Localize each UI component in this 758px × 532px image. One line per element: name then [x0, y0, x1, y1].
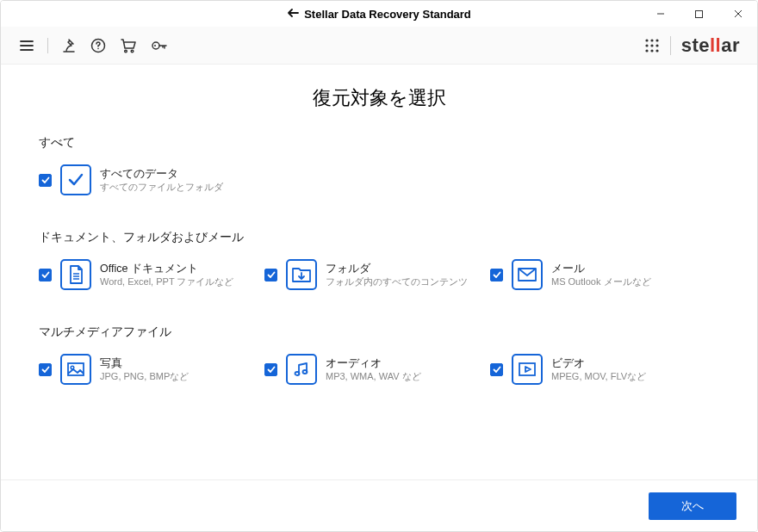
svg-point-12	[655, 44, 658, 46]
main-content: 復元対象を選択 すべて すべてのデータ すべてのファイルとフォルダ ドキュメント…	[1, 65, 757, 385]
section-all-header: すべて	[39, 135, 719, 151]
microscope-icon[interactable]	[60, 37, 78, 54]
option-folder-label: フォルダ	[326, 262, 468, 275]
svg-point-20	[303, 370, 308, 374]
cart-icon[interactable]	[119, 37, 138, 54]
svg-point-13	[645, 49, 648, 52]
option-mail-desc: MS Outlook メールなど	[551, 275, 651, 288]
option-audio-desc: MP3, WMA, WAV など	[326, 370, 421, 382]
toolbar-divider	[670, 36, 671, 55]
option-mail-label: メール	[551, 262, 651, 275]
audio-icon	[286, 354, 317, 385]
svg-rect-21	[519, 363, 535, 375]
titlebar: Stellar Data Recovery Standard	[1, 1, 757, 27]
logo-mid: ll	[710, 34, 721, 56]
svg-rect-17	[68, 363, 84, 375]
option-photo-desc: JPG, PNG, BMPなど	[100, 370, 189, 382]
option-audio-label: オーディオ	[326, 356, 421, 370]
window-controls	[641, 1, 757, 27]
svg-point-10	[645, 44, 648, 46]
section-docs-header: ドキュメント、フォルダおよびメール	[39, 230, 719, 245]
window-title: Stellar Data Recovery Standard	[304, 8, 471, 21]
checkbox-photo[interactable]	[39, 363, 52, 376]
checkbox-video[interactable]	[490, 363, 503, 376]
option-photo-label: 写真	[100, 356, 189, 370]
svg-point-6	[154, 45, 156, 46]
option-video-desc: MPEG, MOV, FLVなど	[551, 370, 646, 382]
document-icon	[60, 259, 91, 290]
checkbox-audio[interactable]	[264, 363, 277, 376]
next-button[interactable]: 次へ	[649, 492, 736, 520]
window-title-wrap: Stellar Data Recovery Standard	[287, 8, 471, 21]
option-mail: メール MS Outlook メールなど	[490, 259, 716, 290]
footer: 次へ	[1, 479, 757, 531]
svg-point-11	[650, 44, 653, 46]
section-all: すべて すべてのデータ すべてのファイルとフォルダ	[39, 135, 719, 195]
toolbar: stellar	[1, 27, 757, 65]
folder-icon	[286, 259, 317, 290]
checkbox-folder[interactable]	[264, 269, 277, 281]
option-all-desc: すべてのファイルとフォルダ	[100, 181, 223, 193]
logo-pre: ste	[681, 34, 710, 56]
photo-icon	[60, 354, 91, 385]
page-title: 復元対象を選択	[39, 85, 719, 111]
svg-point-4	[131, 50, 134, 53]
svg-point-2	[97, 47, 99, 49]
brand-logo: stellar	[681, 34, 740, 57]
logo-post: ar	[721, 34, 740, 56]
help-icon[interactable]	[90, 37, 107, 54]
svg-point-3	[125, 50, 127, 53]
maximize-button[interactable]	[680, 1, 718, 27]
option-office-label: Office ドキュメント	[100, 262, 233, 275]
video-icon	[512, 354, 543, 385]
mail-icon	[512, 259, 543, 290]
minimize-button[interactable]	[641, 1, 680, 27]
svg-point-9	[655, 39, 658, 41]
svg-point-14	[650, 49, 653, 52]
section-media-header: マルチメディアファイル	[39, 325, 719, 340]
checkbox-mail[interactable]	[490, 269, 503, 281]
checkbox-all-data[interactable]	[39, 174, 52, 187]
option-photo: 写真 JPG, PNG, BMPなど	[39, 354, 264, 385]
close-button[interactable]	[718, 1, 757, 27]
option-all-data: すべてのデータ すべてのファイルとフォルダ	[39, 164, 264, 195]
all-data-icon	[60, 164, 91, 195]
apps-grid-icon[interactable]	[644, 38, 660, 53]
svg-point-19	[295, 372, 300, 375]
checkbox-office[interactable]	[39, 269, 52, 281]
svg-point-8	[650, 39, 653, 41]
section-docs: ドキュメント、フォルダおよびメール Office ドキュメント Word, Ex…	[39, 230, 719, 290]
svg-point-15	[655, 49, 658, 52]
toolbar-divider	[47, 38, 48, 53]
svg-point-7	[645, 39, 648, 41]
option-folder: フォルダ フォルダ内のすべてのコンテンツ	[264, 259, 490, 290]
option-all-label: すべてのデータ	[100, 167, 223, 181]
option-video-label: ビデオ	[551, 356, 646, 370]
option-office: Office ドキュメント Word, Excel, PPT ファイルなど	[39, 259, 264, 290]
key-icon[interactable]	[150, 37, 169, 54]
back-icon[interactable]	[287, 8, 299, 21]
menu-icon[interactable]	[18, 37, 35, 54]
option-office-desc: Word, Excel, PPT ファイルなど	[100, 275, 233, 288]
section-media: マルチメディアファイル 写真 JPG, PNG, BMPなど	[39, 325, 719, 385]
svg-rect-0	[696, 10, 703, 17]
option-folder-desc: フォルダ内のすべてのコンテンツ	[326, 275, 468, 288]
option-audio: オーディオ MP3, WMA, WAV など	[264, 354, 490, 385]
option-video: ビデオ MPEG, MOV, FLVなど	[490, 354, 716, 385]
